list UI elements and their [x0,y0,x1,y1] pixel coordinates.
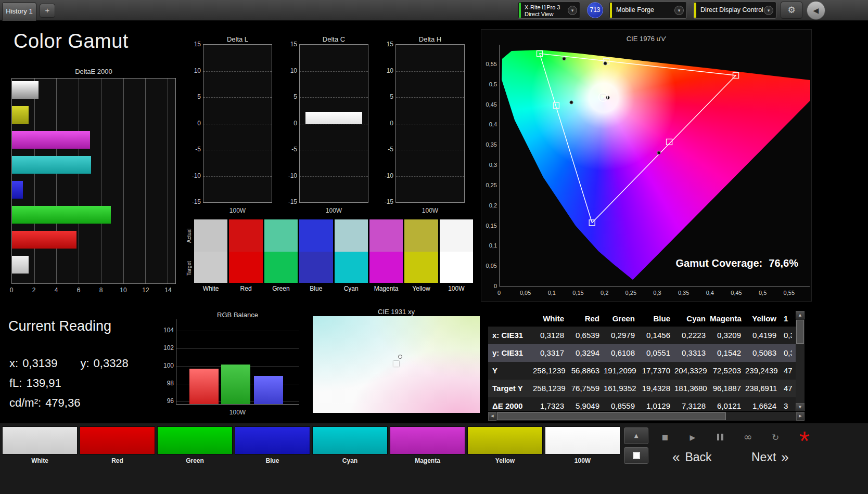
patch-button-white[interactable]: White [2,426,78,468]
settings-button[interactable]: ⚙ [781,2,802,19]
meter-name-label: X-Rite i1Pro 3 [525,4,560,10]
pattern-window-button[interactable] [624,447,648,464]
patch-button-red[interactable]: Red [80,426,155,468]
next-button[interactable]: Next» [751,449,794,466]
y-axis-tick-label: 0,25 [481,182,497,188]
x-axis-tick-label: 0,45 [731,290,742,296]
scroll-left-button[interactable]: ◀ [488,412,496,421]
table-row-y-cie31[interactable]: y: CIE310,33170,32940,61080,05510,33130,… [488,344,796,362]
y-axis-tick-label: 15 [379,41,393,48]
actual-swatch [299,219,333,252]
swatch-label: Magenta [369,285,403,292]
table-cell: 0,3209 [710,327,745,344]
swatch-label: Cyan [335,285,368,292]
chevron-down-icon[interactable]: ▾ [568,6,577,15]
table-row-target-y[interactable]: Target Y258,123976,7559161,935219,432818… [488,380,796,397]
chevron-down-icon[interactable]: ▾ [674,6,684,15]
meter-dropdown[interactable]: X-Rite i1Pro 3 Direct View ▾ [518,2,580,19]
deltae-bar-row [12,81,175,106]
table-row-y[interactable]: Y258,123956,8863191,209917,7370204,33297… [488,362,796,380]
continuous-read-button[interactable]: ∞ [736,431,759,444]
patch-button-blue[interactable]: Blue [235,426,310,468]
table-cell-partial: 47 [781,362,792,380]
patch-swatch [312,426,388,454]
vertical-scrollbar-thumb[interactable] [796,320,804,344]
patch-swatch [390,426,465,454]
actual-swatch [194,219,227,252]
collapse-panel-button[interactable]: ▲ [624,427,648,444]
tab-history-1[interactable]: History 1 [2,2,36,21]
scroll-right-button[interactable]: ▶ [796,412,805,421]
control-label: Direct Display Control [700,2,763,18]
column-header: Magenta [710,311,745,327]
scroll-down-button[interactable]: ▼ [796,403,805,411]
table-cell: 0,1542 [710,344,745,362]
row-label: x: CIE31 [488,327,533,344]
play-button[interactable]: ▶ [681,431,704,444]
table-cell: 96,1887 [710,380,745,397]
target-swatch [299,252,333,283]
stop-button[interactable]: ■ [654,431,676,444]
target-point-marker [393,361,399,367]
swatch-label: Green [264,285,298,292]
gridline [300,176,368,177]
y-axis-tick-label: 0,15 [481,223,497,229]
table-vertical-scrollbar[interactable]: ▲ ▼ [796,311,805,411]
table-cell: 0,3313 [674,344,710,362]
deltae-bar-row [12,156,175,181]
patch-button-magenta[interactable]: Magenta [390,426,465,468]
x-axis-tick-label: 0,55 [784,290,795,296]
meter-mode-label: Direct View [525,11,553,17]
gridline [396,124,464,124]
chevron-down-icon[interactable]: ▾ [764,6,773,15]
reading-fl-line: fL:139,91 [9,376,61,390]
deltae-bar-yellow [12,106,29,124]
chart-title: Delta C [299,35,368,43]
scroll-up-button[interactable]: ▲ [796,311,805,319]
deltae-bar-blue [12,181,23,199]
table-row-x-cie31[interactable]: x: CIE310,31280,65390,29790,14560,22230,… [488,327,796,344]
reading-cd-value: 479,36 [45,396,80,409]
compare-column-red: Red [229,219,262,292]
patch-label: Blue [235,457,310,464]
row-label: y: CIE31 [488,344,533,362]
patch-label: Green [157,457,233,464]
y-axis-tick-label: 5 [379,93,393,100]
back-button[interactable]: «Back [667,449,712,466]
x-axis-tick-label: 0,15 [572,290,583,296]
target-swatch [404,252,438,283]
cie-1931-plot [313,316,480,413]
reading-cd-label: cd/m²: [9,396,41,409]
source-dropdown[interactable]: Mobile Forge ▾ [609,2,687,19]
horizontal-scrollbar-thumb[interactable] [497,412,726,420]
next-label: Next [751,450,776,464]
patch-button-100w[interactable]: 100W [545,426,620,468]
patch-label: Yellow [467,457,543,464]
column-header: Red [568,311,604,327]
reading-fl-label: fL: [9,376,22,389]
patch-button-cyan[interactable]: Cyan [312,426,388,468]
x-axis-tick-label: 6 [77,287,81,294]
collapse-topbar-button[interactable]: ◀ [807,1,825,20]
x-axis-tick-label: 2 [32,287,36,294]
reading-fl-value: 139,91 [26,376,61,389]
square-icon [633,452,640,459]
display-control-dropdown[interactable]: Direct Display Control ▾ [693,2,776,19]
compare-column-cyan: Cyan [335,219,368,292]
table-horizontal-scrollbar[interactable]: ◀ ▶ [488,412,805,421]
patch-button-green[interactable]: Green [157,426,233,468]
refresh-button[interactable]: ↻ [764,431,787,444]
x-axis-tick-label: 12 [142,287,149,294]
y-axis-tick-label: -5 [283,146,297,153]
table-row--e-2000[interactable]: ΔE 20001,73235,90490,85591,01297,31286,0… [488,397,796,411]
gridline [396,71,464,72]
source-label: Mobile Forge [616,2,654,18]
deltae-bar-white [12,81,39,99]
add-tab-button[interactable]: + [40,4,55,18]
patch-button-yellow[interactable]: Yellow [467,426,543,468]
compare-column-magenta: Magenta [369,219,403,292]
delta-bar [305,112,362,123]
x-axis-tick-label: 0,5 [759,290,767,296]
pause-button[interactable] [709,431,732,444]
y-axis-tick-label: -5 [379,146,393,153]
